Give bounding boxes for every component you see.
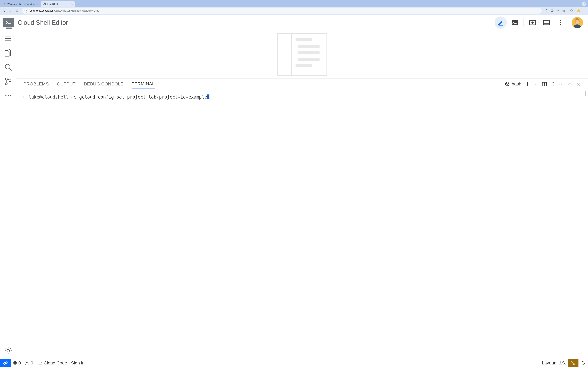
svg-point-26 [5,83,7,85]
split-terminal-button[interactable] [542,82,547,86]
svg-rect-17 [544,24,549,25]
tab-terminal[interactable]: TERMINAL [132,79,155,89]
app-header: Cloud Shell Editor [0,15,588,31]
editor-mode-button[interactable] [495,17,507,29]
svg-point-31 [7,349,9,352]
address-bar[interactable]: shell.cloud.google.com/?show=ide&environ… [22,8,542,14]
toolbar-separator [568,9,568,12]
bookmark-icon[interactable] [562,8,566,13]
svg-point-18 [560,20,561,21]
status-bar: 0 0 Cloud Code - Sign in Layout: U.S. [0,359,588,367]
warnings-count: 0 [31,360,33,366]
forward-button[interactable] [8,8,13,13]
browser-chrome: Welcome – lab-project-id-ex Cloud Shell [0,0,588,15]
cloud-code-status[interactable]: Cloud Code - Sign in [35,359,86,367]
search-button[interactable] [4,63,12,71]
status-right: Layout: U.S. [540,359,588,367]
svg-point-35 [563,83,564,84]
editor-empty-state [16,31,588,78]
logo-block: Cloud Shell Editor [3,18,68,27]
svg-point-8 [584,10,584,11]
site-info-icon[interactable] [25,9,28,13]
profile-avatar[interactable] [577,9,580,13]
warning-icon [25,361,29,365]
svg-point-2 [26,11,27,11]
user-avatar[interactable] [572,17,583,28]
sync-disabled-button[interactable] [568,359,579,367]
cloud-shell-logo-icon [3,18,14,27]
close-icon[interactable] [36,3,39,5]
bottom-panel: PROBLEMS OUTPUT DEBUG CONSOLE TERMINAL b… [16,78,588,359]
terminal-view[interactable]: luke@cloudshell:~$ gcloud config set pro… [16,90,588,359]
svg-point-29 [8,95,9,96]
kill-terminal-button[interactable] [551,82,555,86]
clipboard-icon[interactable] [544,8,549,13]
back-button[interactable] [2,8,7,13]
browser-tab[interactable]: Welcome – lab-project-id-ex [1,1,41,7]
svg-point-30 [10,95,11,96]
errors-count: 0 [18,360,21,366]
editor-area: PROBLEMS OUTPUT DEBUG CONSOLE TERMINAL b… [16,31,588,359]
layout-label: Layout: U.S. [542,360,566,366]
terminal-scrollbar[interactable] [585,92,586,96]
tab-title: Welcome – lab-project-id-ex [8,3,35,5]
remote-button[interactable] [0,359,11,367]
install-icon[interactable] [550,8,555,13]
tab-output[interactable]: OUTPUT [57,79,76,89]
toolbar-right [544,8,586,13]
browser-tab[interactable]: Cloud Shell [41,1,75,7]
explorer-button[interactable] [4,49,12,57]
settings-gear-button[interactable] [4,347,12,355]
close-panel-button[interactable] [576,82,581,86]
extensions-icon[interactable] [569,8,574,13]
new-terminal-button[interactable] [525,82,530,86]
more-menu-button[interactable] [554,17,567,29]
header-actions [495,17,583,29]
url-text: shell.cloud.google.com/?show=ide&environ… [30,9,99,12]
svg-point-23 [576,20,579,24]
terminal-prompt: luke@cloudshell:~$ gcloud config set pro… [29,94,209,100]
svg-point-20 [560,24,561,25]
terminal-dropdown-button[interactable] [534,82,538,86]
notifications-button[interactable] [579,359,588,367]
browser-toolbar: shell.cloud.google.com/?show=ide&environ… [0,7,588,15]
panel-actions: bash [505,81,581,87]
favicon-cloud-icon [3,2,6,5]
window-dropdown-button[interactable] [582,2,586,6]
svg-point-15 [532,22,533,23]
svg-point-25 [5,78,7,80]
svg-rect-0 [43,2,46,5]
tab-debug-console[interactable]: DEBUG CONSOLE [84,79,123,89]
kebab-menu-icon[interactable] [581,8,586,13]
source-control-button[interactable] [4,77,12,85]
status-left: 0 0 Cloud Code - Sign in [0,359,86,367]
errors-status[interactable]: 0 [11,359,23,367]
cursor [207,94,209,99]
error-icon [13,361,17,365]
svg-point-1 [26,10,26,11]
shell-name: bash [512,81,521,87]
svg-rect-11 [499,25,503,25]
new-tab-button[interactable] [76,1,81,6]
svg-point-34 [561,83,562,84]
panel-overflow-button[interactable] [559,82,564,86]
zoom-icon[interactable] [556,8,561,13]
reload-button[interactable] [15,8,20,13]
overflow-button[interactable] [4,92,12,100]
open-new-window-button[interactable] [540,17,553,29]
menu-button[interactable] [4,34,12,43]
warnings-status[interactable]: 0 [23,359,35,367]
layout-status[interactable]: Layout: U.S. [540,359,568,367]
cube-icon [505,82,510,86]
tab-problems[interactable]: PROBLEMS [24,79,49,89]
prompt-status-icon [24,96,26,98]
panel-tabs: PROBLEMS OUTPUT DEBUG CONSOLE TERMINAL b… [16,78,588,90]
close-icon[interactable] [70,3,73,5]
svg-point-28 [5,95,7,96]
shell-selector[interactable]: bash [505,81,521,87]
maximize-panel-button[interactable] [568,82,572,86]
svg-point-7 [584,10,584,10]
preview-button[interactable] [527,17,539,29]
svg-rect-10 [8,24,11,24]
terminal-mode-button[interactable] [509,17,521,29]
